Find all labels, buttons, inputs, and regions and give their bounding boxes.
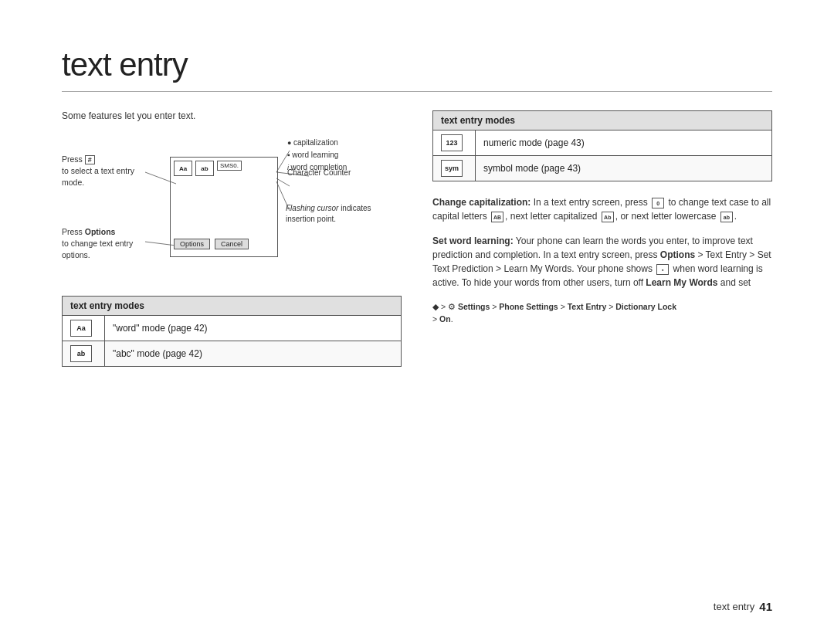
phone-buttons: Options Cancel [171,236,277,252]
path-text: ◆ > ⚙ Settings > Phone Settings > Text E… [432,300,772,326]
cap-first-icon: Ab [602,212,614,222]
content-area: Some features let you enter text. Press [62,110,772,592]
intro-text: Some features let you enter text. [62,110,402,121]
symbol-mode-icon: sym [441,160,463,177]
mode-icon-ab: ab [195,161,214,176]
char-counter-label: Character Counter [287,168,364,178]
title-divider [62,91,772,92]
press-label-2: Press Options to change text entry optio… [62,226,147,262]
left-table-desc-2: "abc" mode (page 42) [105,341,402,367]
left-table-desc-1: "word" mode (page 42) [105,316,402,341]
page-footer: text entry 41 [62,592,772,613]
set-word-learning-section: Set word learning: Your phone can learn … [432,234,772,290]
sms-label: SMS0. [217,161,242,171]
zero-key-icon: 0 [652,198,664,208]
char-counter-area [171,176,277,179]
abc-mode-icon: ab [70,345,92,362]
left-column: Some features let you enter text. Press [62,110,402,592]
change-cap-title: Change capitalization: [432,197,531,208]
bullet-word-learning: ▪ word learning [287,149,386,161]
left-table-icon-2: ab [63,341,105,367]
left-entry-modes-table: text entry modes Aa "word" mode (page 42… [62,296,402,367]
table-row: sym symbol mode (page 43) [433,156,772,181]
numeric-mode-icon: 123 [441,134,463,151]
page-container: text entry Some features let you enter t… [0,0,834,644]
word-learning-title: Set word learning: [432,236,514,246]
caps-icon: AB [491,212,503,222]
svg-line-3 [276,178,290,186]
page-title: text entry [62,46,772,83]
right-table-desc-2: symbol mode (page 43) [476,156,772,181]
table-row: Aa "word" mode (page 42) [63,316,402,341]
cancel-button[interactable]: Cancel [215,239,249,249]
change-capitalization-section: Change capitalization: In a text entry s… [432,195,772,223]
diagram-area: Press # to select a text entry mode. Pre… [62,134,386,296]
right-table-header: text entry modes [433,111,772,130]
left-table-icon-1: Aa [63,316,105,341]
footer-label: text entry [714,601,754,612]
right-entry-modes-table: text entry modes 123 numeric mode (page … [432,110,772,181]
word-learning-icon: ▪ [656,264,669,275]
right-table-icon-1: 123 [433,130,476,156]
right-table-icon-2: sym [433,156,476,181]
page-number: 41 [759,600,772,613]
mode-icon-aa: Aa [174,161,192,176]
bullet-capitalization: ● capitalization [287,137,386,149]
phone-screen: Aa ab SMS0. Options Cancel [170,157,278,257]
table-row: 123 numeric mode (page 43) [433,130,772,156]
options-button[interactable]: Options [174,239,210,249]
lower-icon: ab [720,212,733,222]
press-label-1: Press # to select a text entry mode. [62,154,147,189]
flashing-cursor-label: Flashing cursor indicates insertion poin… [286,203,378,224]
table-row: ab "abc" mode (page 42) [63,341,402,367]
left-table-header: text entry modes [63,297,402,316]
word-mode-icon: Aa [70,320,92,337]
right-column: text entry modes 123 numeric mode (page … [432,110,772,592]
right-table-desc-1: numeric mode (page 43) [476,130,772,156]
